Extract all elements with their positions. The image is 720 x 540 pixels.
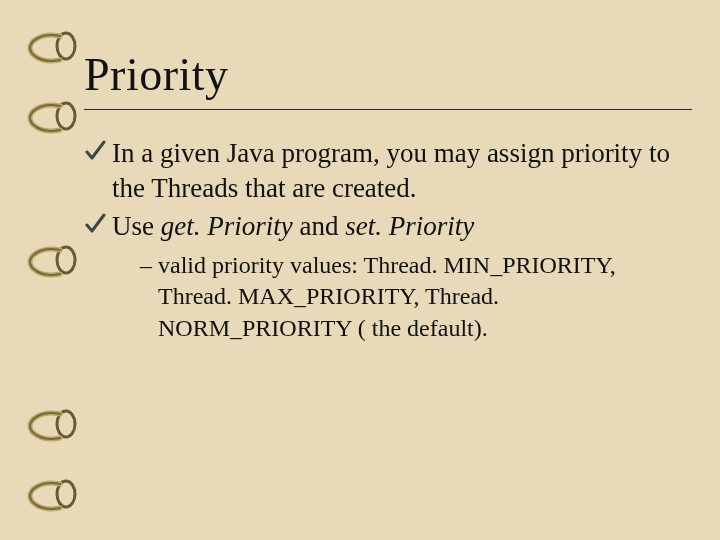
bullet-text-em: get. Priority	[161, 211, 293, 241]
ring-icon	[26, 92, 78, 140]
bullet-text-mid: and	[293, 211, 345, 241]
checkmark-icon	[84, 139, 106, 163]
sub-bullet-item: valid priority values: Thread. MIN_PRIOR…	[140, 250, 692, 345]
slide-title: Priority	[84, 48, 692, 101]
slide-content: Priority In a given Java program, you ma…	[84, 48, 692, 349]
bullet-text-prefix: Use	[112, 211, 161, 241]
sub-bullet-text: valid priority values: Thread. MIN_PRIOR…	[158, 252, 616, 341]
bullet-text: In a given Java program, you may assign …	[112, 138, 670, 203]
bullet-list: In a given Java program, you may assign …	[84, 136, 692, 345]
ring-icon	[26, 236, 78, 284]
ring-icon	[26, 470, 78, 518]
bullet-item: Use get. Priority and set. Priority vali…	[84, 209, 692, 345]
slide: Priority In a given Java program, you ma…	[0, 0, 720, 540]
title-rule	[84, 109, 692, 110]
sub-bullet-list: valid priority values: Thread. MIN_PRIOR…	[112, 250, 692, 345]
bullet-item: In a given Java program, you may assign …	[84, 136, 692, 205]
ring-icon	[26, 400, 78, 448]
binder-rings	[18, 0, 78, 540]
bullet-text-em: set. Priority	[345, 211, 474, 241]
ring-icon	[26, 22, 78, 70]
checkmark-icon	[84, 212, 106, 236]
